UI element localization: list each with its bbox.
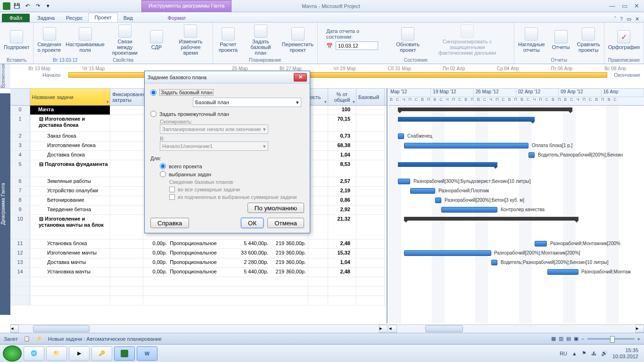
grid-scrollbar[interactable]: ◂▸ — [10, 324, 388, 333]
table-row[interactable]: 13 Доставка мачты 0,00р.Пропорциональное… — [10, 258, 387, 268]
tab-file[interactable]: Файл — [2, 14, 30, 22]
btn-sync: Синхронизировать с защищенными фактическ… — [424, 25, 510, 56]
btn-set-baseline[interactable]: Задать базовый план — [244, 25, 277, 56]
view-shortcut2-icon[interactable]: ▥ — [559, 336, 563, 342]
radio-interim[interactable] — [150, 111, 157, 117]
btn-subproject[interactable]: Подпроект — [4, 30, 29, 50]
zoom-in-icon[interactable]: + — [637, 336, 640, 342]
tab-view[interactable]: Вид — [118, 14, 139, 22]
save-icon[interactable]: 💾 — [12, 1, 22, 11]
btn-project-info[interactable]: Сведения о проекте — [37, 27, 61, 53]
start-button[interactable] — [3, 346, 22, 362]
timeline-strip: Временная Вт 13.03.12 Вт 13 МарЧт 15 Мар… — [0, 64, 644, 89]
view-shortcut3-icon[interactable]: ▤ — [566, 336, 571, 342]
tb-media-icon[interactable]: ▶ — [69, 346, 90, 361]
window-close2-icon[interactable]: ✕ — [635, 16, 639, 22]
label-set-baseline: Задать базовый план — [159, 89, 214, 96]
tab-project[interactable]: Проект — [88, 13, 117, 22]
window-controls: — ▭ ✕ — [609, 2, 642, 9]
timeline-ticks: Вт 13 МарЧт 15 Мар25 МарВт 27 МарЧт 29 М… — [14, 66, 640, 71]
label-interim: Задать промежуточный план — [159, 111, 229, 117]
tray-flag-icon[interactable]: ▲ — [572, 351, 577, 356]
minimize-ribbon-icon[interactable]: ˆ — [614, 16, 616, 22]
btn-help[interactable]: Справка — [150, 218, 189, 228]
gantt-chart: Мар '1219 Мар '1226 Мар '1202 Апр '1209 … — [388, 89, 644, 323]
radio-for-all[interactable] — [160, 163, 166, 169]
tb-project-icon[interactable] — [114, 346, 135, 361]
btn-move-project[interactable]: Переместить проект — [282, 27, 314, 53]
quick-access-toolbar: 💾 ↶ ↷ ▾ — [2, 1, 53, 11]
window-title: Мачта - Microsoft Project — [53, 3, 609, 9]
btn-change-time[interactable]: Изменить рабочее время — [173, 25, 209, 56]
col-id[interactable] — [10, 89, 30, 105]
btn-custom-fields[interactable]: Настраиваемые поля — [66, 27, 105, 53]
tb-explorer-icon[interactable]: 🌐 — [24, 346, 44, 361]
label-into: В: — [160, 136, 198, 141]
col-remain[interactable]: ость▾ — [308, 89, 328, 105]
tb-access-icon[interactable]: 🔑 — [91, 346, 112, 361]
gantt-scrollbar[interactable]: ◂▸ — [388, 324, 644, 333]
app-icon[interactable] — [2, 1, 11, 11]
tb-folder-icon[interactable]: 📁 — [46, 346, 67, 361]
btn-reports[interactable]: Отчеты — [550, 30, 572, 50]
btn-spelling[interactable]: ✓Орфография — [608, 30, 640, 50]
dialog-close-icon[interactable]: ✕ — [294, 73, 307, 82]
col-percent[interactable]: % от общей▾ — [328, 89, 356, 105]
group-insert-label: Вставить — [4, 57, 29, 64]
btn-update-project[interactable]: Обновить проект — [396, 27, 420, 53]
tb-word-icon[interactable]: W — [137, 346, 157, 361]
label-rollup: Сведение базовых планов — [169, 179, 304, 185]
qat-more-icon[interactable]: ▾ — [43, 1, 53, 11]
status-newtasks: Новые задачи : Автоматическое планирован… — [48, 336, 162, 342]
redo-icon[interactable]: ↷ — [33, 1, 42, 11]
btn-links[interactable]: Связи между проектами — [109, 25, 140, 56]
dialog-titlebar[interactable]: Задание базового плана ✕ — [145, 71, 310, 83]
tray-lang[interactable]: RU — [560, 351, 567, 356]
tray-action-icon[interactable]: ⚑ — [582, 350, 586, 356]
btn-ok[interactable]: ОК — [241, 218, 264, 228]
window-restore-icon[interactable]: ▭ — [627, 16, 631, 22]
table-row[interactable]: 14 Установкка мачты 0,00р.Пропорциональн… — [10, 268, 387, 277]
maximize-icon[interactable]: ▭ — [622, 2, 627, 9]
tray-clock[interactable]: 15:3510.03.2012 — [612, 347, 638, 360]
view-bar[interactable]: Диаграмма Ганта — [0, 93, 10, 315]
col-baseline[interactable]: Базовый — [356, 89, 385, 105]
close-icon[interactable]: ✕ — [634, 2, 639, 9]
label-chk-all: во все суммарные задачи — [178, 187, 240, 192]
zoom-slider[interactable] — [587, 338, 635, 340]
into-dropdown: Начало1/окончание1▾ — [160, 141, 268, 151]
radio-for-selected[interactable] — [160, 171, 166, 177]
for-label: Для: — [150, 156, 304, 161]
btn-cancel[interactable]: Отмена — [267, 218, 304, 228]
table-row[interactable]: 11 Установка блока 0,00р.Пропорционально… — [10, 239, 387, 249]
btn-defaults[interactable]: По умолчанию — [248, 203, 304, 213]
baseline-dropdown[interactable]: Базовый план▾ — [193, 98, 301, 107]
tab-task[interactable]: Задача — [32, 14, 60, 22]
btn-wbs[interactable]: СДР — [145, 30, 168, 50]
col-fixed[interactable]: Фиксированные затраты — [110, 89, 143, 105]
col-name[interactable]: Название задачи▾ — [30, 89, 110, 105]
zoom-out-icon[interactable]: − — [581, 336, 584, 342]
btn-calc[interactable]: Расчет проекта — [217, 27, 239, 53]
view-shortcut-icon[interactable]: ▦ — [551, 336, 556, 342]
btn-visual-reports[interactable]: Наглядные отчеты — [518, 27, 545, 53]
gantt-body[interactable]: СнабженецОплата блока[1 р.]Водитель;Разн… — [388, 106, 644, 305]
tab-resource[interactable]: Ресурс — [60, 14, 88, 22]
minimize-icon[interactable]: — — [609, 2, 615, 9]
title-bar: 💾 ↶ ↷ ▾ Мачта - Microsoft Project — ▭ ✕ — [0, 0, 644, 12]
table-row[interactable]: 12 Изготовление мачты 0,00р.Пропорционал… — [10, 249, 387, 258]
windows-taskbar: 🌐 📁 ▶ 🔑 W RU ▲ ⚑ 🖧 🔊 15:3510.03.2012 — [0, 344, 644, 362]
undo-icon[interactable]: ↶ — [23, 1, 32, 11]
ribbon-tabs: Файл Задача Ресурс Проект Вид Формат ˆ ?… — [0, 12, 644, 23]
group-spell-label: Правописание — [608, 57, 640, 64]
status-date-label: Дата отчета о состоянии: — [326, 28, 387, 40]
btn-compare[interactable]: Сравнить проекты — [577, 27, 600, 53]
tab-format[interactable]: Формат — [162, 14, 192, 22]
tray-volume-icon[interactable]: 🔊 — [601, 350, 608, 356]
label-for-selected: выбранных задач — [169, 172, 211, 177]
radio-set-baseline[interactable] — [150, 90, 157, 96]
view-shortcut4-icon[interactable]: ▣ — [574, 336, 578, 342]
status-date-input[interactable] — [336, 41, 378, 50]
help-icon[interactable]: ? — [620, 16, 623, 22]
tray-network-icon[interactable]: 🖧 — [591, 351, 596, 356]
